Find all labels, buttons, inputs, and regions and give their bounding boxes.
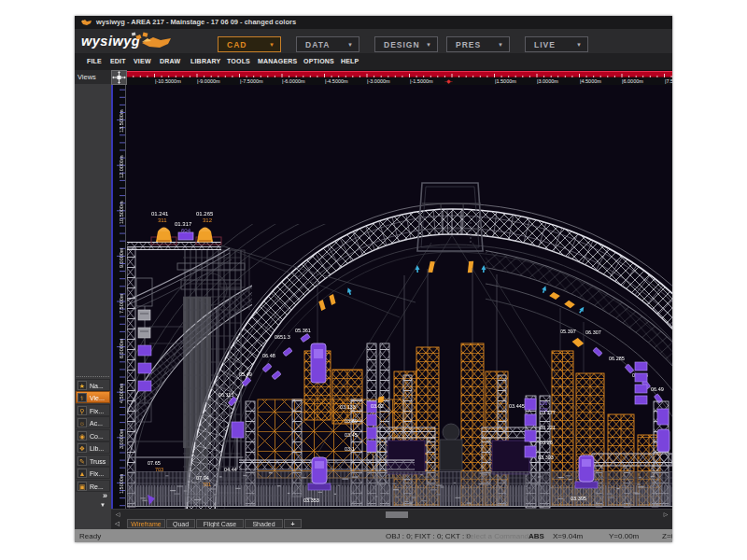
- svg-text:05.361: 05.361: [295, 328, 311, 333]
- svg-text:03.395: 03.395: [571, 496, 586, 501]
- svg-text:03.221: 03.221: [540, 425, 556, 430]
- svg-text:05.397: 05.397: [560, 329, 576, 334]
- svg-text:07.65: 07.65: [148, 460, 161, 466]
- svg-text:03.89: 03.89: [345, 418, 358, 424]
- svg-text:01.317: 01.317: [175, 221, 192, 227]
- svg-text:703: 703: [155, 467, 163, 472]
- svg-text:311: 311: [158, 217, 167, 223]
- svg-text:209: 209: [540, 407, 548, 413]
- svg-text:05.49: 05.49: [239, 371, 252, 377]
- svg-text:604: 604: [181, 228, 191, 233]
- svg-text:07.94: 07.94: [196, 475, 209, 481]
- svg-text:03.353: 03.353: [303, 497, 319, 503]
- svg-text:06.49: 06.49: [651, 386, 664, 392]
- svg-text:312: 312: [203, 217, 213, 223]
- svg-text:701: 701: [203, 482, 211, 487]
- svg-text:06.285: 06.285: [609, 356, 625, 361]
- svg-text:06.307: 06.307: [585, 329, 601, 335]
- svg-text:03.26: 03.26: [540, 440, 553, 445]
- svg-text:206: 206: [540, 400, 548, 406]
- svg-text:03.445: 03.445: [509, 403, 525, 409]
- svg-text:03.45: 03.45: [345, 432, 358, 438]
- svg-text:06.48: 06.48: [262, 353, 275, 358]
- svg-text:01.241: 01.241: [151, 211, 169, 217]
- svg-text:01.265: 01.265: [196, 211, 214, 217]
- svg-text:03.133: 03.133: [340, 404, 356, 410]
- svg-text:03.303: 03.303: [538, 455, 554, 460]
- svg-text:0651.3: 0651.3: [275, 334, 290, 340]
- svg-text:06.113: 06.113: [218, 392, 233, 398]
- svg-text:03.02: 03.02: [371, 403, 384, 409]
- svg-text:03.1: 03.1: [345, 446, 355, 452]
